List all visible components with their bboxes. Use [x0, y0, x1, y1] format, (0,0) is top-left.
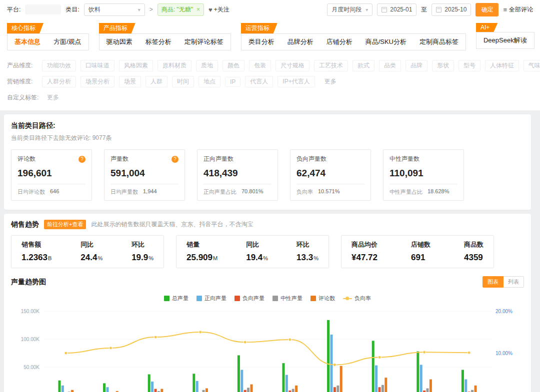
metric-divider	[390, 184, 458, 184]
filter-tag[interactable]: 代言人	[245, 76, 273, 87]
nav-tabs-bar: 核心指标基本信息方面/观点产品指标驱动因素标签分析定制评论标签运营指标类目分析品…	[0, 19, 540, 51]
filter-tag[interactable]: 品牌	[406, 60, 428, 71]
platform-label: 平台:	[7, 5, 20, 14]
date-to-input[interactable]: 2025-10	[432, 3, 471, 16]
nav-tab[interactable]: 类目分析	[248, 37, 274, 46]
chart-title: 声量趋势图	[11, 278, 46, 287]
sales-metric: 销售额1.2363B	[22, 240, 52, 263]
metric-divider	[18, 184, 86, 184]
nav-tab[interactable]: 方面/观点	[54, 37, 82, 46]
help-icon[interactable]: ?	[78, 156, 86, 163]
filter-tag[interactable]: 品类	[379, 60, 401, 71]
sales-metric-unit: B	[48, 255, 52, 261]
filter-tag[interactable]: IP	[225, 77, 240, 87]
period-select[interactable]: 月度时间段 ▾	[327, 3, 372, 16]
help-icon[interactable]: ?	[172, 156, 178, 163]
nav-tab[interactable]: DeepSeek解读	[484, 36, 527, 45]
legend-item[interactable]: 负向率	[343, 295, 371, 302]
metric-value: 418,439	[204, 168, 272, 179]
filter-tag[interactable]: 颜色	[222, 60, 244, 71]
confirm-button[interactable]: 确定	[476, 3, 498, 16]
filter-row-label: 产品维度:	[7, 61, 42, 70]
filter-tag[interactable]: 功能功效	[42, 60, 76, 71]
go-analyze-button[interactable]: 前往分析+查看	[44, 220, 86, 229]
sales-chart-panel: 销售趋势 前往分析+查看 此处展示的销售数据只覆盖天猫、京东、抖音平台，不含淘宝…	[4, 214, 531, 392]
filter-tag[interactable]: 人体特征	[485, 60, 519, 71]
metric-card-header: 中性声量数	[390, 155, 458, 163]
metric-foot-label: 日均评论数	[18, 188, 45, 196]
sales-metric: 环比19.9%	[132, 240, 154, 263]
sales-metric-value: 691	[411, 253, 430, 263]
filter-tag[interactable]: IP+代言人	[278, 76, 314, 87]
nav-tab[interactable]: 店铺分析	[326, 37, 352, 46]
filter-tag[interactable]: 型号	[458, 60, 480, 71]
date-from-input[interactable]: 2025-01	[377, 3, 416, 16]
sales-note: 此处展示的销售数据只覆盖天猫、京东、抖音平台，不含淘宝	[91, 220, 253, 229]
nav-tabs: 驱动因素标签分析定制评论标签	[99, 33, 231, 50]
filter-tag[interactable]: 人群	[146, 76, 168, 87]
toggle-chart-view[interactable]: 图表	[482, 276, 504, 288]
legend-swatch	[272, 296, 278, 301]
metric-foot-label: 正向声量占比	[204, 188, 236, 196]
category-select[interactable]: 饮料 ▾	[84, 3, 145, 16]
legend-label: 评论数	[318, 295, 335, 302]
filter-tag[interactable]: 形状	[432, 60, 454, 71]
metric-card-header: 声量数?	[110, 155, 178, 163]
nav-tab[interactable]: 品牌分析	[288, 37, 314, 46]
nav-tab[interactable]: 驱动因素	[106, 37, 132, 46]
filter-tag[interactable]: 人群分析	[42, 76, 76, 87]
nav-tab[interactable]: 定制评论标签	[184, 37, 224, 46]
toggle-list-view[interactable]: 列表	[504, 276, 524, 288]
nav-tab[interactable]: 标签分析	[146, 37, 172, 46]
legend-item[interactable]: 负向声量	[234, 295, 264, 302]
nav-group-badge: AI+	[476, 23, 498, 32]
filter-tag[interactable]: 地点	[198, 76, 220, 87]
sales-metric-label: 商品数	[464, 240, 484, 249]
filter-more-button[interactable]: 更多	[42, 92, 64, 103]
legend-label: 负向声量	[242, 295, 264, 302]
page: 平台: 类目: 饮料 ▾ > 商品: "无糖" × ♥ +关注 月度时间段 ▾ …	[0, 0, 540, 392]
nav-tab[interactable]: 定制商品标签	[420, 37, 458, 46]
legend-line-dot	[346, 297, 349, 300]
nav-tab[interactable]: 基本信息	[14, 37, 40, 46]
all-comments-button[interactable]: ≡ 全部评论	[503, 5, 533, 14]
legend-item[interactable]: 评论数	[310, 295, 335, 302]
legend-swatch	[234, 296, 240, 301]
filter-tag[interactable]: 包装	[249, 60, 271, 71]
legend-item[interactable]: 总声量	[164, 295, 188, 302]
legend-item[interactable]: 正向声量	[196, 295, 226, 302]
filter-tag[interactable]: 气味	[524, 60, 540, 71]
filter-tag[interactable]: 口味味道	[80, 60, 114, 71]
metric-value: 196,601	[18, 168, 86, 179]
filter-tag[interactable]: 风格因素	[119, 60, 153, 71]
legend-item[interactable]: 中性声量	[272, 295, 302, 302]
filter-tag[interactable]: 尺寸规格	[276, 60, 310, 71]
metric-card: 声量数?591,004日均声量数1,944	[104, 149, 185, 201]
close-icon[interactable]: ×	[196, 6, 200, 13]
filter-tag[interactable]: 工艺技术	[314, 60, 348, 71]
filter-tag[interactable]: 时间	[172, 76, 194, 87]
metric-foot-value: 18.628%	[428, 188, 449, 196]
metric-value: 62,474	[296, 168, 364, 179]
platform-value-redacted[interactable]	[25, 4, 61, 14]
follow-button[interactable]: ♥ +关注	[208, 5, 230, 14]
sales-metric-unit: %	[263, 255, 268, 261]
calendar-icon	[436, 7, 442, 12]
nav-tab[interactable]: 商品/SKU分析	[366, 37, 406, 46]
sales-metric-label: 环比	[296, 240, 318, 249]
sales-metric-unit: %	[98, 255, 102, 261]
sales-metric: 销量25.909M	[186, 240, 218, 263]
filter-tag[interactable]: 质地	[196, 60, 218, 71]
filter-tag[interactable]: 原料材质	[158, 60, 192, 71]
sales-metric-value: 13.3%	[296, 253, 318, 263]
metric-divider	[110, 184, 178, 184]
filter-row-label: 自定义标签:	[7, 93, 42, 102]
filter-more-button[interactable]: 更多	[320, 76, 342, 87]
product-filter-tag[interactable]: 商品: "无糖" ×	[158, 3, 204, 16]
legend-label: 总声量	[172, 295, 188, 302]
topbar: 平台: 类目: 饮料 ▾ > 商品: "无糖" × ♥ +关注 月度时间段 ▾ …	[0, 0, 540, 19]
filter-tag[interactable]: 款式	[352, 60, 374, 71]
filter-row: 产品维度:功能功效口味味道风格因素原料材质质地颜色包装尺寸规格工艺技术款式品类品…	[7, 60, 533, 71]
filter-tag[interactable]: 场景	[119, 76, 141, 87]
filter-tag[interactable]: 场景分析	[80, 76, 114, 87]
